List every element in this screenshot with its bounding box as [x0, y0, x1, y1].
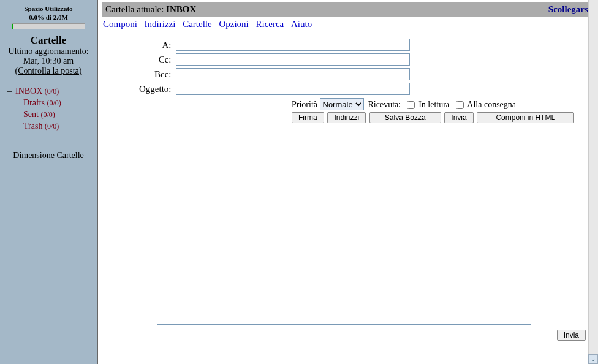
chevron-down-icon[interactable]: ⌄: [588, 354, 598, 364]
subject-label: Oggetto:: [138, 82, 175, 96]
folder-sent[interactable]: Sent (0/0): [7, 109, 94, 121]
addresses-button[interactable]: Indirizzi: [327, 112, 366, 123]
dash-icon: –: [7, 86, 15, 96]
folder-name: Trash: [23, 121, 42, 131]
send-button-bottom[interactable]: Invia: [557, 330, 586, 341]
folder-sizes-link[interactable]: Dimensione Cartelle: [2, 151, 94, 161]
current-folder-text: Cartella attuale: INBOX: [105, 4, 196, 15]
folder-list: –INBOX (0/0) Drafts (0/0) Sent (0/0) Tra…: [2, 86, 94, 132]
bcc-input[interactable]: [176, 68, 410, 80]
cc-input[interactable]: [176, 53, 410, 66]
folder-count: (0/0): [45, 87, 59, 96]
space-progress-fill: [12, 24, 13, 29]
compose-form: A: Cc: Bcc: Oggetto: Priorità Normale Ri…: [102, 34, 594, 341]
folder-count: (0/0): [45, 122, 59, 131]
signature-button[interactable]: Firma: [292, 112, 324, 123]
to-input[interactable]: [176, 39, 410, 51]
save-draft-button[interactable]: Salva Bozza: [369, 112, 441, 123]
space-used-value: 0.0% di 2.0M: [2, 13, 94, 21]
current-folder-name: INBOX: [166, 4, 196, 14]
nav-links: Componi Indirizzi Cartelle Opzioni Ricer…: [102, 17, 594, 34]
folder-trash[interactable]: Trash (0/0): [7, 121, 94, 132]
folder-name: INBOX: [15, 86, 42, 96]
receipt-label: Ricevuta:: [368, 100, 401, 109]
main-panel: Cartella attuale: INBOX Scollegarsi Comp…: [98, 0, 598, 364]
last-update-time: Mar, 10:30 am: [2, 56, 94, 66]
folder-drafts[interactable]: Drafts (0/0): [7, 97, 94, 109]
priority-select[interactable]: Normale: [320, 98, 364, 110]
folder-count: (0/0): [47, 99, 61, 107]
last-update-label: Ultimo aggiornamento:: [2, 47, 94, 56]
nav-folders[interactable]: Cartelle: [183, 19, 211, 29]
button-row: Firma Indirizzi Salva Bozza Invia Compon…: [138, 112, 594, 123]
folder-count: (0/0): [40, 110, 55, 119]
folder-inbox[interactable]: –INBOX (0/0): [7, 86, 94, 97]
delivery-receipt-checkbox[interactable]: [456, 101, 464, 109]
space-progress-bar: [12, 23, 85, 29]
read-receipt-label: In lettura: [418, 100, 450, 109]
cc-label: Cc:: [138, 53, 175, 66]
check-mail-link[interactable]: (Controlla la posta): [2, 66, 94, 76]
subject-input[interactable]: [176, 83, 410, 95]
folder-name: Drafts: [23, 98, 45, 107]
send-button[interactable]: Invia: [444, 112, 473, 123]
folder-name: Sent: [23, 110, 39, 119]
sidebar: Spazio Utilizzato 0.0% di 2.0M Cartelle …: [0, 0, 98, 364]
logout-link[interactable]: Scollegarsi: [548, 4, 591, 15]
message-body-textarea[interactable]: [157, 126, 531, 325]
main-scrollbar[interactable]: ⌄: [588, 0, 598, 364]
nav-help[interactable]: Aiuto: [291, 19, 312, 29]
nav-addresses[interactable]: Indirizzi: [145, 19, 176, 29]
space-used-title: Spazio Utilizzato: [2, 5, 94, 12]
options-row: Priorità Normale Ricevuta: In lettura Al…: [138, 98, 594, 110]
folders-heading: Cartelle: [2, 34, 94, 47]
nav-compose[interactable]: Componi: [103, 19, 137, 29]
nav-options[interactable]: Opzioni: [219, 19, 248, 29]
to-label: A:: [138, 38, 175, 51]
nav-search[interactable]: Ricerca: [255, 19, 284, 29]
header-bar: Cartella attuale: INBOX Scollegarsi: [102, 2, 594, 17]
priority-label: Priorità: [292, 100, 317, 109]
current-folder-label: Cartella attuale:: [105, 4, 164, 14]
compose-html-button[interactable]: Componi in HTML: [477, 112, 574, 123]
bcc-label: Bcc:: [138, 67, 175, 81]
read-receipt-checkbox[interactable]: [407, 101, 415, 109]
delivery-receipt-label: Alla consegna: [467, 100, 516, 109]
